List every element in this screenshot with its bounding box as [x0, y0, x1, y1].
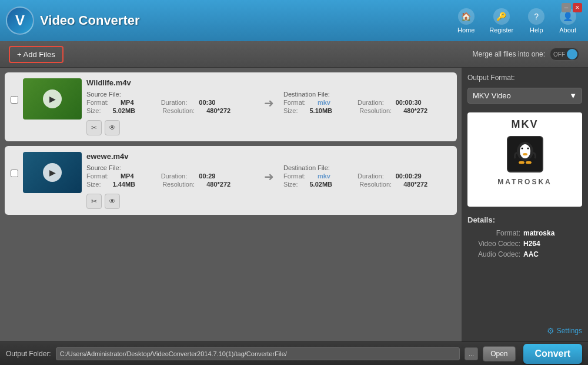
svg-point-7 — [523, 153, 527, 155]
format-detail-row: Format: matroska — [467, 229, 582, 237]
register-icon: 🔑 — [493, 8, 510, 25]
audio-codec-row: Audio Codec: AAC — [467, 250, 582, 258]
close-button[interactable]: ✕ — [573, 3, 582, 12]
convert-button[interactable]: Convert — [523, 344, 582, 364]
source-info-2: Source File: Format: MP4 Duration: 00:29… — [86, 164, 254, 189]
svg-point-9 — [526, 161, 532, 164]
arrow-area-2: ➜ — [254, 170, 283, 184]
source-label-row-1: Source File: — [86, 91, 254, 98]
dest-label-row-2: Destination File: — [283, 164, 451, 171]
scissors-button-1[interactable]: ✂ — [86, 120, 102, 135]
settings-row[interactable]: ⚙ Settings — [467, 326, 582, 336]
mkv-preview: MKV — [467, 112, 582, 207]
app-title: Video Converter — [40, 13, 140, 28]
svg-point-5 — [521, 148, 523, 150]
toggle-off-label: OFF — [553, 51, 565, 58]
merge-area: Merge all files into one: OFF — [473, 48, 579, 61]
video-codec-row: Video Codec: H264 — [467, 240, 582, 248]
home-icon: 🏠 — [458, 8, 475, 25]
play-icon-1: ▶ — [43, 89, 62, 108]
details-title: Details: — [467, 215, 582, 224]
source-format-row-2: Format: MP4 Duration: 00:29 — [86, 172, 254, 180]
svg-point-8 — [519, 161, 524, 164]
main-layout: ▶ Wildlife.m4v Source File: Format: MP4 … — [0, 68, 588, 341]
convert-arrow-2: ➜ — [264, 170, 274, 184]
settings-label: Settings — [557, 327, 582, 335]
title-left: V Video Converter — [6, 6, 140, 35]
file-thumbnail-2: ▶ — [23, 152, 82, 193]
file-item: ▶ Wildlife.m4v Source File: Format: MP4 … — [5, 72, 457, 141]
title-bar: V Video Converter 🏠 Home 🔑 Register ? He… — [0, 0, 588, 41]
file-checkbox-2[interactable] — [11, 170, 18, 177]
scissors-button-2[interactable]: ✂ — [86, 194, 102, 209]
svg-point-2 — [520, 144, 530, 158]
preview-button-2[interactable]: 👁 — [105, 194, 120, 209]
mkv-logo-title: MKV — [512, 118, 539, 131]
source-size-row-1: Size: 5.02MB Resolution: 480*272 — [86, 107, 254, 114]
source-label-row-2: Source File: — [86, 164, 254, 171]
details-section: Details: Format: matroska Video Codec: H… — [467, 215, 582, 320]
file-thumbnail-1: ▶ — [23, 78, 82, 120]
merge-toggle[interactable]: OFF — [550, 48, 579, 61]
file-item-2: ▶ ewewe.m4v Source File: Format: MP4 Dur… — [5, 146, 457, 215]
file-info-1: Wildlife.m4v Source File: Format: MP4 Du… — [86, 78, 451, 135]
chevron-down-icon: ▼ — [569, 91, 577, 100]
video-codec-key: Video Codec: — [467, 240, 520, 248]
nav-register-button[interactable]: 🔑 Register — [483, 5, 519, 36]
file-name-2: ewewe.m4v — [86, 152, 451, 161]
file-name-1: Wildlife.m4v — [86, 78, 451, 87]
arrow-area-1: ➜ — [254, 96, 283, 110]
audio-codec-val: AAC — [523, 250, 539, 258]
browse-button[interactable]: ... — [465, 347, 478, 360]
toolbar: + Add Files Merge all files into one: OF… — [0, 41, 588, 68]
window-controls: ─ ✕ — [562, 3, 582, 12]
svg-point-6 — [527, 148, 529, 150]
nav-home-button[interactable]: 🏠 Home — [452, 5, 480, 36]
minimize-button[interactable]: ─ — [562, 3, 571, 12]
output-path-input[interactable] — [56, 347, 460, 360]
dest-format-row-1: Format: mkv Duration: 00:00:30 — [283, 99, 451, 106]
app-logo: V — [6, 6, 34, 35]
file-list: ▶ Wildlife.m4v Source File: Format: MP4 … — [0, 68, 462, 341]
dest-size-row-2: Size: 5.02MB Resolution: 480*272 — [283, 181, 451, 188]
settings-icon: ⚙ — [547, 326, 554, 336]
open-button[interactable]: Open — [483, 346, 515, 361]
dest-format-row-2: Format: mkv Duration: 00:00:29 — [283, 172, 451, 180]
source-format-row-1: Format: MP4 Duration: 00:30 — [86, 99, 254, 106]
format-detail-val: matroska — [523, 229, 554, 237]
file-details-1: Source File: Format: MP4 Duration: 00:30… — [86, 91, 451, 115]
dest-info-2: Destination File: Format: mkv Duration: … — [283, 164, 451, 189]
dest-info-1: Destination File: Format: mkv Duration: … — [283, 91, 451, 115]
file-checkbox-1[interactable] — [11, 96, 18, 104]
add-files-button[interactable]: + Add Files — [9, 46, 64, 63]
file-actions-2: ✂ 👁 — [86, 194, 451, 209]
play-icon-2: ▶ — [43, 163, 62, 182]
file-actions-1: ✂ 👁 — [86, 120, 451, 135]
dest-size-row-1: Size: 5.10MB Resolution: 480*272 — [283, 107, 451, 114]
mkv-logo-subtitle: MATROSKA — [497, 178, 552, 186]
convert-arrow-1: ➜ — [264, 96, 274, 110]
right-panel: Output Format: MKV Video ▼ MKV — [462, 68, 588, 341]
format-dropdown[interactable]: MKV Video ▼ — [467, 88, 582, 104]
file-details-2: Source File: Format: MP4 Duration: 00:29… — [86, 164, 451, 189]
dest-label-row-1: Destination File: — [283, 91, 451, 98]
output-folder-label: Output Folder: — [6, 350, 51, 358]
bottom-bar: Output Folder: ... Open Convert — [0, 341, 588, 365]
audio-codec-key: Audio Codec: — [467, 250, 520, 258]
toggle-knob — [567, 49, 577, 59]
file-info-2: ewewe.m4v Source File: Format: MP4 Durat… — [86, 152, 451, 209]
video-codec-val: H264 — [523, 240, 540, 248]
nav-help-button[interactable]: ? Help — [522, 5, 550, 36]
source-info-1: Source File: Format: MP4 Duration: 00:30… — [86, 91, 254, 115]
merge-label: Merge all files into one: — [473, 50, 545, 58]
help-icon: ? — [528, 8, 544, 25]
preview-button-1[interactable]: 👁 — [105, 120, 120, 135]
source-size-row-2: Size: 1.44MB Resolution: 480*272 — [86, 181, 254, 188]
output-format-label: Output Format: — [467, 74, 582, 82]
mkv-logo-image — [505, 134, 546, 175]
format-detail-key: Format: — [467, 229, 520, 237]
